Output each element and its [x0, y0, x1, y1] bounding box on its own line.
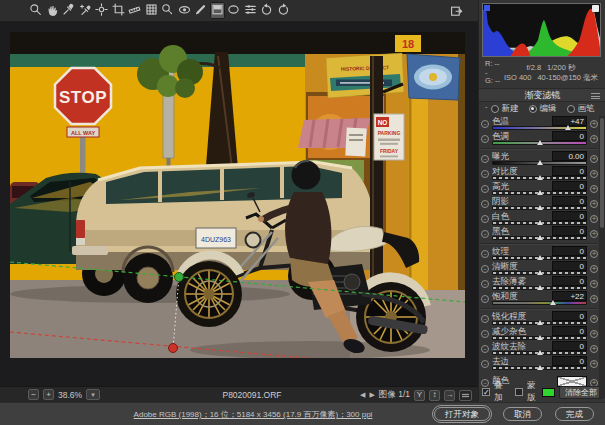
- clarity-increase-button[interactable]: +: [590, 265, 598, 273]
- texture-value[interactable]: 0: [552, 246, 587, 256]
- graduated-filter-tool[interactable]: [210, 2, 225, 19]
- highlights-decrease-button[interactable]: -: [481, 185, 489, 193]
- defringe-value[interactable]: 0: [552, 356, 587, 366]
- saturation-decrease-button[interactable]: -: [481, 295, 489, 303]
- done-button[interactable]: 完成: [555, 407, 594, 421]
- dehaze-value[interactable]: 0: [552, 276, 587, 286]
- temp-track[interactable]: [492, 126, 587, 130]
- rotate-left-tool[interactable]: [259, 2, 274, 19]
- shadow-clipping-indicator[interactable]: [484, 5, 490, 11]
- saturation-increase-button[interactable]: +: [590, 295, 598, 303]
- contrast-handle[interactable]: [537, 175, 543, 180]
- zoom-in-button[interactable]: +: [43, 389, 54, 400]
- overlay-checkbox[interactable]: [482, 388, 490, 396]
- transform-tool[interactable]: [144, 2, 159, 19]
- mode-edit[interactable]: 编辑: [529, 103, 557, 115]
- exposure-handle[interactable]: [537, 160, 543, 165]
- saturation-track[interactable]: [492, 301, 587, 305]
- open-object-button[interactable]: 打开对象: [434, 407, 490, 421]
- temp-decrease-button[interactable]: -: [481, 120, 489, 128]
- tint-value[interactable]: 0: [552, 131, 587, 141]
- workflow-options-link[interactable]: Adobe RGB (1998)；16 位；5184 x 3456 (17.9 …: [134, 409, 373, 420]
- exposure-decrease-button[interactable]: -: [481, 155, 489, 163]
- shadows-increase-button[interactable]: +: [590, 200, 598, 208]
- gradient-pin-green[interactable]: [175, 273, 184, 282]
- zoom-tool[interactable]: [28, 2, 43, 19]
- highlights-handle[interactable]: [537, 190, 543, 195]
- saturation-handle[interactable]: [550, 300, 556, 305]
- rotate-right-tool[interactable]: [276, 2, 291, 19]
- blacks-increase-button[interactable]: +: [590, 230, 598, 238]
- contrast-value[interactable]: 0: [552, 166, 587, 176]
- cancel-button[interactable]: 取消: [503, 407, 542, 421]
- hand-tool[interactable]: [45, 2, 60, 19]
- targeted-adjustment-tool[interactable]: [94, 2, 109, 19]
- zoom-out-button[interactable]: −: [28, 389, 39, 400]
- mask-color-swatch[interactable]: [542, 388, 555, 397]
- texture-decrease-button[interactable]: -: [481, 250, 489, 258]
- radial-filter-tool[interactable]: [226, 2, 241, 19]
- moire-reduction-decrease-button[interactable]: -: [481, 345, 489, 353]
- temp-handle[interactable]: [565, 125, 571, 130]
- tint-decrease-button[interactable]: -: [481, 135, 489, 143]
- photo-canvas[interactable]: 18 HISTORIC DISTRICT: [10, 32, 465, 358]
- whites-decrease-button[interactable]: -: [481, 215, 489, 223]
- preview-settings-icon[interactable]: [459, 390, 472, 401]
- clarity-value[interactable]: 0: [552, 261, 587, 271]
- shadows-handle[interactable]: [537, 205, 543, 210]
- zoom-level-dropdown[interactable]: ▾: [86, 389, 100, 400]
- shadows-decrease-button[interactable]: -: [481, 200, 489, 208]
- noise-reduction-decrease-button[interactable]: -: [481, 330, 489, 338]
- preview-toggle-button[interactable]: Y: [414, 390, 425, 401]
- whites-increase-button[interactable]: +: [590, 215, 598, 223]
- next-image-button[interactable]: ▶: [369, 391, 374, 399]
- noise-reduction-value[interactable]: 0: [552, 326, 587, 336]
- exposure-increase-button[interactable]: +: [590, 155, 598, 163]
- defringe-decrease-button[interactable]: -: [481, 360, 489, 368]
- mode-new[interactable]: 新建: [491, 103, 519, 115]
- tint-handle[interactable]: [537, 140, 543, 145]
- blacks-value[interactable]: 0: [552, 226, 587, 236]
- red-eye-tool[interactable]: [177, 2, 192, 19]
- panel-scrollbar[interactable]: [599, 116, 605, 398]
- noise-reduction-handle[interactable]: [537, 335, 543, 340]
- dehaze-handle[interactable]: [537, 285, 543, 290]
- noise-reduction-increase-button[interactable]: +: [590, 330, 598, 338]
- highlights-value[interactable]: 0: [552, 181, 587, 191]
- dehaze-decrease-button[interactable]: -: [481, 280, 489, 288]
- dehaze-increase-button[interactable]: +: [590, 280, 598, 288]
- sharpness-increase-button[interactable]: +: [590, 315, 598, 323]
- prev-image-button[interactable]: ◀: [360, 391, 365, 399]
- mode-new-radio[interactable]: [491, 105, 499, 113]
- temp-increase-button[interactable]: +: [590, 120, 598, 128]
- fullscreen-toggle-button[interactable]: [448, 2, 465, 19]
- before-after-swap-button[interactable]: ↕: [429, 390, 440, 401]
- blacks-handle[interactable]: [537, 235, 543, 240]
- adjustment-brush-tool[interactable]: [193, 2, 208, 19]
- whites-handle[interactable]: [537, 220, 543, 225]
- exposure-value[interactable]: 0.00: [552, 151, 587, 161]
- contrast-increase-button[interactable]: +: [590, 170, 598, 178]
- moire-reduction-increase-button[interactable]: +: [590, 345, 598, 353]
- color-sampler-tool[interactable]: [78, 2, 93, 19]
- gradient-pin-red[interactable]: [169, 344, 178, 353]
- moire-reduction-handle[interactable]: [537, 350, 543, 355]
- texture-handle[interactable]: [537, 255, 543, 260]
- scrollbar-thumb[interactable]: [600, 118, 604, 228]
- spot-removal-tool[interactable]: [160, 2, 175, 19]
- whites-value[interactable]: 0: [552, 211, 587, 221]
- texture-increase-button[interactable]: +: [590, 250, 598, 258]
- mode-edit-radio[interactable]: [529, 105, 537, 113]
- sharpness-decrease-button[interactable]: -: [481, 315, 489, 323]
- sharpness-value[interactable]: 0: [552, 311, 587, 321]
- sharpness-handle[interactable]: [537, 320, 543, 325]
- defringe-handle[interactable]: [537, 365, 543, 370]
- preferences-tool[interactable]: [243, 2, 258, 19]
- highlights-increase-button[interactable]: +: [590, 185, 598, 193]
- white-balance-tool[interactable]: [61, 2, 76, 19]
- moire-reduction-value[interactable]: 0: [552, 341, 587, 351]
- saturation-value[interactable]: +22: [552, 291, 587, 301]
- shadows-value[interactable]: 0: [552, 196, 587, 206]
- highlight-clipping-indicator[interactable]: [592, 5, 599, 12]
- mode-brush[interactable]: 画笔: [567, 103, 595, 115]
